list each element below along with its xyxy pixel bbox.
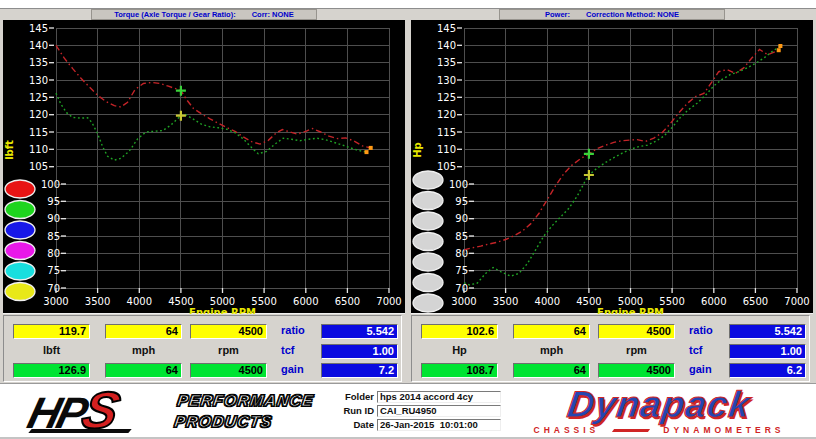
- y-tick-label: 75: [455, 265, 468, 276]
- tcf-value-box[interactable]: 1.00: [729, 344, 806, 359]
- torque-corr-text: Corr: NONE: [252, 10, 294, 19]
- y-tick-label: 115: [437, 127, 456, 138]
- y-tick-label: 70: [47, 283, 60, 294]
- unit-label-hp: Hp: [421, 344, 498, 356]
- x-tick-label: 3500: [85, 296, 110, 307]
- date-field-row: Date: [330, 418, 501, 431]
- unit-label-mph: mph: [513, 344, 590, 356]
- y-tick-label: 145: [29, 23, 48, 34]
- gain-value-box[interactable]: 7.2: [321, 363, 398, 378]
- torque-title: Torque (Axle Torque / Gear Ratio): Corr:…: [91, 9, 317, 20]
- y-tick-label: 110: [29, 144, 48, 155]
- y-tick-label: 130: [437, 75, 456, 86]
- y-tick-label: 100: [41, 179, 60, 190]
- y-tick-label: 80: [47, 248, 60, 259]
- gain-label: gain: [281, 363, 304, 375]
- trace-button-gray-7[interactable]: [413, 294, 443, 312]
- x-tick-label: 4500: [576, 296, 601, 307]
- trace-button-red[interactable]: [5, 180, 35, 198]
- unit-label-rpm: rpm: [598, 344, 675, 356]
- unit-label-rpm: rpm: [190, 344, 267, 356]
- trace-button-magenta[interactable]: [5, 242, 35, 260]
- power-chart[interactable]: 7075808590951001051101151201251301351401…: [411, 20, 813, 314]
- gain-label: gain: [689, 363, 712, 375]
- y-tick-label: 105: [437, 161, 456, 172]
- date-field-label: Date: [330, 419, 374, 430]
- y-tick-label: 135: [29, 57, 48, 68]
- torque-cursor-green-value: 126.9: [13, 363, 90, 378]
- y-tick-label: 70: [455, 283, 468, 294]
- torque-rpm-green-value: 4500: [190, 363, 267, 378]
- series-green-dotted: [464, 46, 780, 285]
- tcf-value-box[interactable]: 1.00: [321, 344, 398, 359]
- folder-input[interactable]: [377, 391, 501, 403]
- torque-cursor-yellow-value: 119.7: [13, 324, 90, 339]
- y-axis-label: lbft: [4, 140, 15, 160]
- y-tick-label: 110: [437, 144, 456, 155]
- y-tick-label: 135: [437, 57, 456, 68]
- folder-field-row: Folder: [330, 390, 501, 403]
- y-tick-label: 120: [437, 109, 456, 120]
- dynapack-subtitle: CHASSIS DYNAMOMETERS: [512, 425, 806, 435]
- y-tick-label: 140: [29, 40, 48, 51]
- tcf-label: tcf: [689, 344, 702, 356]
- trace-button-cyan[interactable]: [5, 262, 35, 280]
- trace-button-green[interactable]: [5, 201, 35, 219]
- series-end-tick: [369, 146, 373, 150]
- trace-button-gray-3[interactable]: [413, 212, 443, 230]
- power-title: Power: Correction Method: NONE: [499, 9, 725, 20]
- series-end-tick: [365, 150, 369, 154]
- y-tick-label: 90: [47, 213, 60, 224]
- power-title-text: Power:: [545, 10, 570, 19]
- footer: HPS PERFORMANCE PRODUCTS Folder Run ID D…: [0, 383, 816, 439]
- x-tick-label: 7000: [376, 296, 401, 307]
- hps-products-text: PRODUCTS: [173, 411, 312, 432]
- trace-button-gray-1[interactable]: [413, 171, 443, 189]
- trace-button-gray-2[interactable]: [413, 192, 443, 210]
- power-corr-text: Correction Method: NONE: [586, 10, 679, 19]
- x-tick-label: 6000: [293, 296, 318, 307]
- torque-speed-yellow-value: 64: [105, 324, 182, 339]
- x-tick-label: 4500: [168, 296, 193, 307]
- unit-label-mph: mph: [105, 344, 182, 356]
- gain-value-box[interactable]: 6.2: [729, 363, 806, 378]
- power-speed-green-value: 64: [513, 363, 590, 378]
- y-tick-label: 85: [47, 231, 60, 242]
- trace-button-yellow[interactable]: [5, 283, 35, 301]
- dynapack-dynamometers-text: DYNAMOMETERS: [663, 425, 784, 435]
- power-readout: 102.6 64 4500 Hp mph rpm 108.7 64 4500 r…: [411, 315, 810, 382]
- power-rpm-green-value: 4500: [598, 363, 675, 378]
- cursor-yellow: [176, 111, 186, 121]
- y-tick-label: 75: [47, 265, 60, 276]
- dynapack-logo: Dynapack CHASSIS DYNAMOMETERS: [512, 386, 806, 435]
- cursor-green: [176, 86, 186, 96]
- y-tick-label: 130: [29, 75, 48, 86]
- torque-panel: Torque (Axle Torque / Gear Ratio): Corr:…: [0, 9, 408, 384]
- torque-speed-green-value: 64: [105, 363, 182, 378]
- torque-chart[interactable]: 7075808590951001051101151201251301351401…: [3, 20, 405, 314]
- y-axis-label: Hp: [412, 142, 423, 158]
- ratio-value-box[interactable]: 5.542: [321, 324, 398, 339]
- ratio-label: ratio: [689, 324, 713, 336]
- trace-button-gray-5[interactable]: [413, 253, 443, 271]
- ratio-label: ratio: [281, 324, 305, 336]
- power-speed-yellow-value: 64: [513, 324, 590, 339]
- date-input[interactable]: [377, 419, 501, 431]
- series-red-dashed: [56, 45, 371, 148]
- power-cursor-green-value: 108.7: [421, 363, 498, 378]
- ratio-value-box[interactable]: 5.542: [729, 324, 806, 339]
- cursor-green: [584, 149, 594, 159]
- tcf-label: tcf: [281, 344, 294, 356]
- run-info-fields: Folder Run ID Date: [330, 390, 501, 432]
- dyno-app-window: Torque (Axle Torque / Gear Ratio): Corr:…: [0, 0, 816, 439]
- hps-logo-text: PERFORMANCE PRODUCTS: [173, 390, 315, 432]
- run-id-field-label: Run ID: [330, 405, 374, 416]
- x-tick-label: 7000: [784, 296, 809, 307]
- trace-button-gray-6[interactable]: [413, 274, 443, 292]
- chart-area: Torque (Axle Torque / Gear Ratio): Corr:…: [0, 8, 816, 383]
- trace-button-gray-4[interactable]: [413, 233, 443, 251]
- run-id-input[interactable]: [377, 405, 501, 417]
- y-tick-label: 95: [455, 196, 468, 207]
- trace-button-blue[interactable]: [5, 221, 35, 239]
- x-tick-label: 6000: [701, 296, 726, 307]
